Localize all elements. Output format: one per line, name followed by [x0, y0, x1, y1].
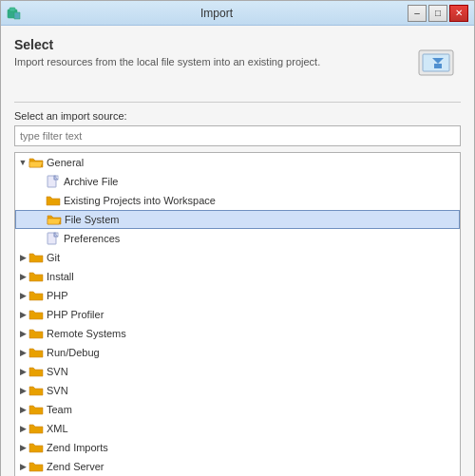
folder-icon-svn1 [28, 365, 44, 378]
folder-icon-existing [46, 194, 61, 207]
expand-arrow-team: ▶ [17, 404, 28, 415]
expand-arrow-remote: ▶ [17, 328, 28, 339]
file-icon-prefs [46, 232, 61, 245]
window-controls: – □ ✕ [408, 5, 468, 22]
folder-icon-install [28, 270, 44, 283]
tree-item-remote-systems[interactable]: ▶ Remote Systems [15, 324, 460, 343]
divider [14, 102, 461, 103]
expand-arrow-xml: ▶ [17, 423, 28, 434]
xml-label: XML [47, 423, 68, 434]
import-dialog: Import – □ ✕ Select Import resources fro… [0, 0, 475, 476]
folder-icon-php [28, 289, 44, 302]
page-description: Import resources from the local file sys… [14, 55, 406, 69]
tree-item-install[interactable]: ▶ Install [15, 267, 460, 286]
tree-item-zend-server[interactable]: ▶ Zend Server [15, 457, 460, 476]
tree-item-existing-projects[interactable]: Existing Projects into Workspace [15, 191, 460, 210]
folder-open-icon-fs [47, 213, 62, 226]
tree-item-svn2[interactable]: ▶ SVN [15, 381, 460, 400]
expand-arrow-svn1: ▶ [17, 366, 28, 377]
tree-item-git[interactable]: ▶ Git [15, 248, 460, 267]
expand-arrow-install: ▶ [17, 271, 28, 282]
svg-rect-1 [10, 8, 15, 11]
expand-arrow-general: ▼ [17, 157, 28, 168]
svg-rect-4 [423, 54, 449, 71]
title-bar: Import – □ ✕ [1, 1, 474, 26]
tree-item-file-system[interactable]: File System [15, 210, 460, 229]
tree-item-xml[interactable]: ▶ XML [15, 419, 460, 438]
folder-open-icon [28, 156, 44, 169]
zend-server-label: Zend Server [47, 461, 104, 472]
expand-arrow-php: ▶ [17, 290, 28, 301]
close-button[interactable]: ✕ [449, 5, 468, 22]
expand-arrow-git: ▶ [17, 252, 28, 263]
general-label: General [47, 157, 84, 168]
folder-icon-zend-imports [28, 441, 44, 454]
zend-imports-label: Zend Imports [47, 442, 108, 453]
import-source-tree[interactable]: ▼ General [14, 152, 461, 476]
expand-arrow-php-profiler: ▶ [17, 309, 28, 320]
folder-icon-run-debug [28, 346, 44, 359]
archive-file-label: Archive File [64, 176, 118, 187]
existing-projects-label: Existing Projects into Workspace [64, 195, 216, 206]
folder-icon-team [28, 403, 44, 416]
tree-item-zend-imports[interactable]: ▶ Zend Imports [15, 438, 460, 457]
php-label: PHP [47, 290, 68, 301]
preferences-label: Preferences [64, 233, 120, 244]
header-section: Select Import resources from the local f… [14, 37, 461, 83]
header-icon [415, 37, 461, 83]
tree-item-svn1[interactable]: ▶ SVN [15, 362, 460, 381]
remote-systems-label: Remote Systems [47, 328, 126, 339]
tree-item-archive-file[interactable]: Archive File [15, 172, 460, 191]
filter-input[interactable] [14, 125, 461, 146]
svg-rect-6 [434, 64, 442, 68]
expand-arrow-svn2: ▶ [17, 385, 28, 396]
window-icon [7, 6, 22, 21]
file-system-label: File System [65, 214, 119, 225]
php-profiler-label: PHP Profiler [47, 309, 104, 320]
header-text: Select Import resources from the local f… [14, 37, 406, 69]
window-title: Import [26, 7, 408, 20]
folder-icon-php-profiler [28, 308, 44, 321]
svn2-label: SVN [47, 385, 68, 396]
run-debug-label: Run/Debug [47, 347, 100, 358]
page-title: Select [14, 37, 406, 52]
tree-item-run-debug[interactable]: ▶ Run/Debug [15, 343, 460, 362]
expand-arrow-run-debug: ▶ [17, 347, 28, 358]
tree-item-preferences[interactable]: Preferences [15, 229, 460, 248]
filter-label: Select an import source: [14, 110, 461, 122]
tree-item-general[interactable]: ▼ General [15, 153, 460, 172]
tree-item-php[interactable]: ▶ PHP [15, 286, 460, 305]
expand-arrow-zend-imports: ▶ [17, 442, 28, 453]
tree-item-php-profiler[interactable]: ▶ PHP Profiler [15, 305, 460, 324]
svn1-label: SVN [47, 366, 68, 377]
folder-icon-svn2 [28, 384, 44, 397]
folder-icon-git [28, 251, 44, 264]
git-label: Git [47, 252, 60, 263]
folder-icon-xml [28, 422, 44, 435]
expand-arrow-zend-server: ▶ [17, 461, 28, 472]
tree-item-team[interactable]: ▶ Team [15, 400, 460, 419]
install-label: Install [47, 271, 74, 282]
svg-marker-2 [14, 12, 20, 19]
main-content: Select Import resources from the local f… [1, 26, 474, 476]
team-label: Team [47, 404, 72, 415]
maximize-button[interactable]: □ [428, 5, 447, 22]
folder-icon-remote [28, 327, 44, 340]
folder-icon-zend-server [28, 460, 44, 473]
minimize-button[interactable]: – [408, 5, 427, 22]
file-icon-archive [46, 175, 61, 188]
